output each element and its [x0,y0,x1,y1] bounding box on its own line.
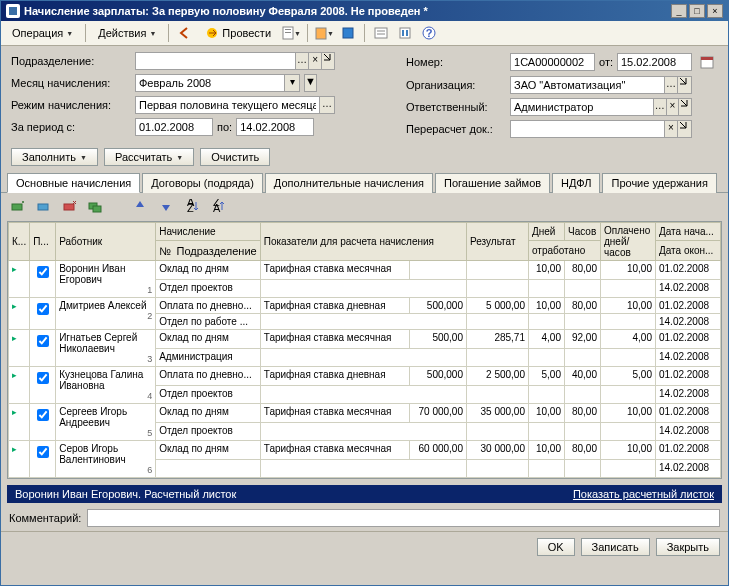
tab-loans[interactable]: Погашение займов [435,173,550,193]
table-row[interactable]: ▸ Сергеев Игорь Андреевич5 Оклад по дням… [9,404,721,423]
col-k[interactable]: К... [9,223,30,261]
back-icon[interactable] [174,23,196,43]
subdivision-clear-button[interactable]: × [308,53,321,69]
sort-asc-icon[interactable]: AZ [181,196,203,216]
period-to-field[interactable] [236,118,314,136]
clipboard-icon[interactable]: ▼ [313,23,335,43]
minimize-button[interactable]: _ [671,4,687,18]
copy-row-icon[interactable] [85,196,107,216]
table-row[interactable]: ▸ Воронин Иван Егорович1 Оклад по дням Т… [9,261,721,280]
tab-main-accruals[interactable]: Основные начисления [7,173,140,193]
operation-menu[interactable]: Операция▼ [5,24,80,42]
responsible-label: Ответственный: [406,101,506,113]
help-icon[interactable]: ? [418,23,440,43]
edit-row-icon[interactable] [33,196,55,216]
from-input[interactable] [618,54,691,70]
recalc-clear-button[interactable]: × [664,121,678,137]
list-icon[interactable] [370,23,392,43]
row-checkbox[interactable] [37,303,49,315]
row-checkbox[interactable] [37,372,49,384]
month-field[interactable]: ▾ [135,74,300,92]
close-form-button[interactable]: Закрыть [656,538,720,556]
month-down-button[interactable]: ▼ [304,74,317,92]
col-result[interactable]: Результат [467,223,529,261]
month-stepper[interactable]: ▾ [284,75,299,91]
mode-input[interactable] [136,97,319,113]
recalc-input[interactable] [511,121,664,137]
col-paid[interactable]: Оплачено дней/часов [601,223,656,261]
config-icon[interactable] [394,23,416,43]
mode-select-button[interactable]: … [319,97,334,113]
table-row[interactable]: ▸ Игнатьев Сергей Николаевич3 Оклад по д… [9,330,721,349]
tab-other-deductions[interactable]: Прочие удержания [602,173,716,193]
tab-contracts[interactable]: Договоры (подряда) [142,173,263,193]
row-checkbox[interactable] [37,335,49,347]
recalc-field[interactable]: × [510,120,692,138]
col-no-sub[interactable]: № Подразделение [156,241,261,261]
ok-button[interactable]: OK [537,538,575,556]
col-date-end[interactable]: Дата окон... [656,241,721,261]
table-row[interactable]: ▸ Серов Игорь Оклад по дням Тарифная ста… [9,478,721,480]
row-checkbox[interactable] [37,446,49,458]
col-date-start[interactable]: Дата нача... [656,223,721,241]
number-field[interactable] [510,53,595,71]
org-field[interactable]: … [510,76,692,94]
responsible-select-button[interactable]: … [653,99,666,115]
row-checkbox[interactable] [37,266,49,278]
col-employee[interactable]: Работник [56,223,156,261]
responsible-input[interactable] [511,99,653,115]
table-row[interactable]: ▸ Кузнецова Галина Ивановна4 Оплата по д… [9,367,721,386]
col-indicators[interactable]: Показатели для расчета начисления [260,223,466,261]
report-icon[interactable] [337,23,359,43]
row-checkbox[interactable] [37,409,49,421]
number-label: Номер: [406,56,506,68]
period-from-field[interactable] [135,118,213,136]
payslip-link[interactable]: Показать расчетный листок [573,488,714,500]
form-area: Подразделение: … × Месяц начисления: ▾ ▼… [1,46,728,144]
org-select-button[interactable]: … [664,77,678,93]
subdivision-field[interactable]: … × [135,52,335,70]
org-input[interactable] [511,77,664,93]
month-input[interactable] [136,75,284,91]
subdivision-open-button[interactable] [321,53,334,69]
clear-button[interactable]: Очистить [200,148,270,166]
sort-desc-icon[interactable]: ZA [207,196,229,216]
recalc-open-button[interactable] [677,121,691,137]
col-accrual[interactable]: Начисление [156,223,261,241]
calendar-icon[interactable] [696,52,718,72]
tab-ndfl[interactable]: НДФЛ [552,173,600,193]
close-button[interactable]: × [707,4,723,18]
subdivision-input[interactable] [136,53,295,69]
mode-field[interactable]: … [135,96,335,114]
actions-menu[interactable]: Действия▼ [91,24,163,42]
tab-additional[interactable]: Дополнительные начисления [265,173,433,193]
document-icon[interactable]: ▼ [280,23,302,43]
move-up-icon[interactable] [129,196,151,216]
add-row-icon[interactable] [7,196,29,216]
svg-rect-11 [400,28,410,38]
move-down-icon[interactable] [155,196,177,216]
responsible-open-button[interactable] [678,99,691,115]
from-field[interactable] [617,53,692,71]
number-input[interactable] [511,54,594,70]
table-row[interactable]: ▸ Серов Игорь Валентинович6 Оклад по дня… [9,441,721,460]
org-open-button[interactable] [677,77,691,93]
col-p[interactable]: П... [30,223,56,261]
save-button[interactable]: Записать [581,538,650,556]
fill-button[interactable]: Заполнить▼ [11,148,98,166]
responsible-clear-button[interactable]: × [666,99,679,115]
col-worked[interactable]: отработано [529,241,601,261]
comment-input[interactable] [87,509,720,527]
col-days[interactable]: Дней [529,223,565,241]
subdivision-select-button[interactable]: … [295,53,308,69]
responsible-field[interactable]: … × [510,98,692,116]
table-row[interactable]: ▸ Дмитриев Алексей2 Оплата по дневно... … [9,298,721,314]
period-to-input[interactable] [237,119,313,135]
maximize-button[interactable]: □ [689,4,705,18]
calc-button[interactable]: Рассчитать▼ [104,148,194,166]
post-button[interactable]: Провести [198,23,278,43]
col-hours[interactable]: Часов [565,223,601,241]
app-window: Начисление зарплаты: За первую половину … [0,0,729,586]
delete-row-icon[interactable] [59,196,81,216]
period-from-input[interactable] [136,119,212,135]
